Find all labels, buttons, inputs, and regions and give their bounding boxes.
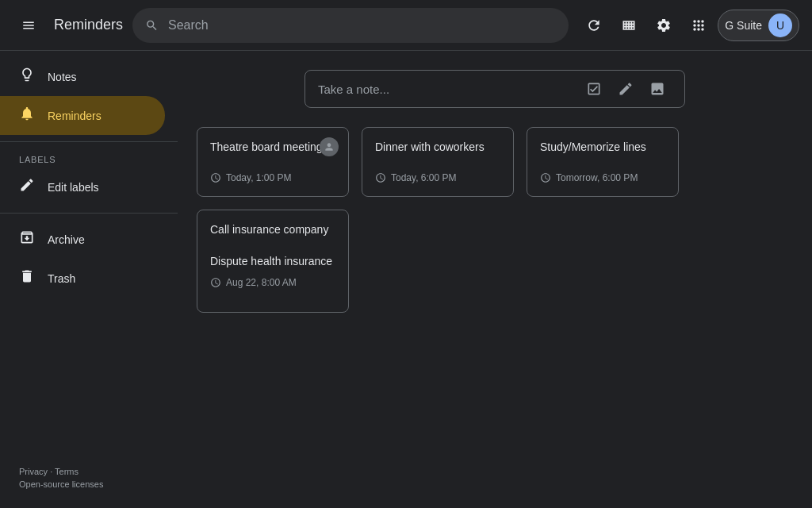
sidebar-item-edit-labels[interactable]: Edit labels xyxy=(0,167,165,206)
image-icon[interactable] xyxy=(643,75,672,103)
card-time: Today, 6:00 PM xyxy=(375,172,500,183)
app-title: Reminders xyxy=(54,17,123,33)
sidebar-item-archive-label: Archive xyxy=(48,233,85,246)
search-icon xyxy=(145,18,159,33)
card-title: Call insurance company xyxy=(210,223,335,236)
clock-icon xyxy=(210,277,221,288)
search-bar[interactable] xyxy=(132,8,569,43)
search-input[interactable] xyxy=(168,18,556,33)
card-time: Tomorrow, 6:00 PM xyxy=(540,172,665,183)
reminder-card-insurance[interactable]: Call insurance company Dispute health in… xyxy=(197,210,349,313)
card-time: Aug 22, 8:00 AM xyxy=(210,277,335,288)
sidebar-item-trash[interactable]: Trash xyxy=(0,259,165,298)
sidebar-divider-1 xyxy=(0,141,178,142)
gsuite-button[interactable]: G Suite U xyxy=(718,10,799,41)
reminders-icon xyxy=(19,106,35,125)
take-note-placeholder: Take a note... xyxy=(318,83,570,96)
sidebar-item-reminders-label: Reminders xyxy=(48,110,102,122)
menu-icon[interactable] xyxy=(13,10,44,41)
sidebar-item-reminders[interactable]: Reminders xyxy=(0,96,165,135)
sidebar-item-trash-label: Trash xyxy=(48,272,75,285)
grid-view-icon[interactable] xyxy=(613,10,645,41)
sidebar-item-notes[interactable]: Notes xyxy=(0,57,165,96)
clock-icon xyxy=(210,172,221,183)
draw-icon[interactable] xyxy=(611,75,640,103)
avatar: U xyxy=(768,13,792,37)
notes-icon xyxy=(19,67,35,87)
sidebar-item-archive[interactable]: Archive xyxy=(0,220,165,259)
settings-icon[interactable] xyxy=(648,10,680,41)
clock-icon xyxy=(375,172,386,183)
privacy-link[interactable]: Privacy xyxy=(19,467,48,476)
card-title: Dinner with coworkers xyxy=(375,140,500,153)
clock-icon xyxy=(540,172,551,183)
sidebar-divider-2 xyxy=(0,213,178,214)
topbar: Reminders G Suite U xyxy=(0,0,812,51)
reminders-grid: Theatre board meeting Today, 1:00 PM xyxy=(197,127,793,313)
open-source-link[interactable]: Open-source licenses xyxy=(19,479,103,489)
card-time: Today, 1:00 PM xyxy=(210,172,335,183)
terms-link[interactable]: Terms xyxy=(55,467,79,476)
collab-avatar xyxy=(320,137,339,156)
gsuite-label: G Suite xyxy=(725,19,762,32)
take-note-bar[interactable]: Take a note... xyxy=(304,70,685,108)
card-subtitle: Dispute health insurance xyxy=(210,255,335,267)
archive-icon xyxy=(19,229,35,249)
sidebar-footer: Privacy · Terms Open-source licenses xyxy=(0,454,178,502)
labels-heading: LABELS xyxy=(0,148,178,167)
edit-labels-icon xyxy=(19,177,35,197)
refresh-icon[interactable] xyxy=(578,10,610,41)
main-content: Take a note... xyxy=(178,51,812,508)
apps-icon[interactable] xyxy=(683,10,714,41)
reminder-card-theatre[interactable]: Theatre board meeting Today, 1:00 PM xyxy=(197,127,349,197)
reminder-card-study[interactable]: Study/Memorize lines Tomorrow, 6:00 PM xyxy=(527,127,679,197)
trash-icon xyxy=(19,268,35,288)
topbar-actions: G Suite U xyxy=(578,10,799,41)
layout: Notes Reminders LABELS Edit labels xyxy=(0,51,812,508)
take-note-actions xyxy=(580,75,672,103)
reminder-card-dinner[interactable]: Dinner with coworkers Today, 6:00 PM xyxy=(362,127,514,197)
card-title: Theatre board meeting xyxy=(210,140,335,153)
card-title: Study/Memorize lines xyxy=(540,140,665,153)
sidebar-item-edit-labels-label: Edit labels xyxy=(48,181,99,194)
sidebar: Notes Reminders LABELS Edit labels xyxy=(0,51,178,508)
sidebar-item-notes-label: Notes xyxy=(48,71,77,83)
checkbox-icon[interactable] xyxy=(580,75,608,103)
